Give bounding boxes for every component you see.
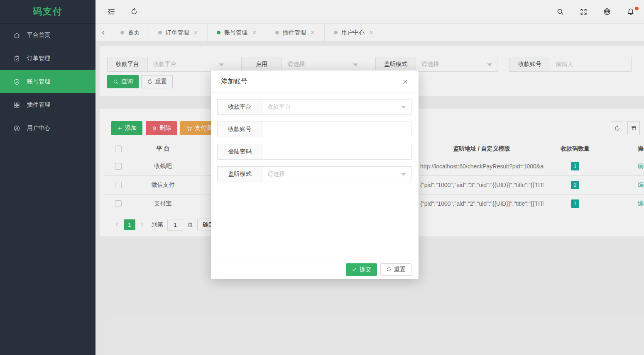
field-label: 收款账号: [218, 122, 262, 137]
modal-close-icon[interactable]: [402, 78, 409, 85]
chevron-down-icon: [401, 173, 406, 176]
modal-field-password: 登陆密码: [217, 144, 411, 160]
submit-button-label: 提交: [360, 266, 371, 273]
field-label: 登陆密码: [218, 144, 262, 159]
chevron-down-icon: [401, 106, 406, 109]
modal-field-account: 收款账号: [217, 122, 411, 137]
modal-title: 添加账号: [221, 77, 247, 86]
account-number-input[interactable]: [267, 126, 399, 133]
refresh-icon: [386, 267, 392, 272]
add-account-modal: 添加账号 收款平台 收款平台 收款账号 登陆密码 监听模式: [211, 71, 419, 279]
modal-reset-button-label: 重置: [394, 266, 406, 273]
submit-button[interactable]: 提交: [346, 263, 377, 276]
modal-header: 添加账号: [211, 71, 419, 93]
field-label: 收款平台: [218, 100, 262, 114]
check-icon: [352, 267, 357, 272]
modal-field-platform: 收款平台 收款平台: [217, 99, 411, 115]
login-password-input[interactable]: [267, 148, 399, 155]
modal-footer: 提交 重置: [211, 260, 419, 279]
modal-body: 收款平台 收款平台 收款账号 登陆密码 监听模式 请选择: [211, 93, 419, 182]
field-label: 监听模式: [218, 167, 262, 182]
select-placeholder: 请选择: [267, 170, 285, 178]
app-screen: 码支付 平台首页 订单管理 账号管理 插件管理 用户中心: [0, 0, 644, 355]
modal-reset-button[interactable]: 重置: [380, 263, 411, 276]
listen-mode-select[interactable]: 请选择: [262, 167, 411, 182]
select-placeholder: 收款平台: [267, 103, 291, 111]
modal-field-listen-mode: 监听模式 请选择: [217, 166, 411, 182]
platform-select[interactable]: 收款平台: [262, 100, 411, 114]
